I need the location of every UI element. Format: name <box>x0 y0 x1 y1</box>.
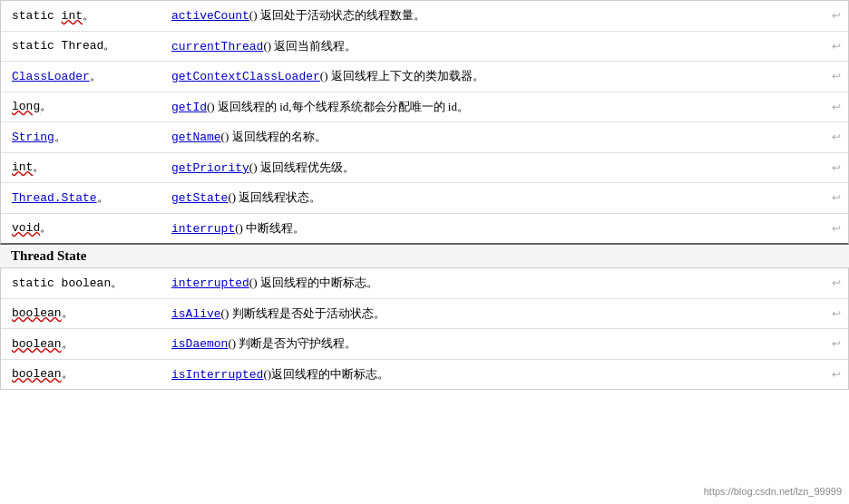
link-arrow-icon: ↩ <box>832 9 841 22</box>
type-cell: boolean。 <box>1 298 164 329</box>
static-keyword: static <box>12 9 62 23</box>
method-link[interactable]: isDaemon <box>171 337 228 351</box>
method-link[interactable]: getPriority <box>171 161 249 175</box>
type-cell: Thread.State。 <box>1 183 164 214</box>
static-keyword: static <box>12 39 62 53</box>
table-row: boolean。isInterrupted()返回线程的中断标志。↩ <box>1 359 848 389</box>
type-keyword[interactable]: String <box>12 131 54 144</box>
method-description: () 返回线程上下文的类加载器。 <box>320 69 484 82</box>
method-cell: getState() 返回线程状态。 <box>164 183 821 214</box>
link-arrow-icon: ↩ <box>832 222 841 235</box>
type-keyword: boolean <box>12 306 62 320</box>
method-link[interactable]: isAlive <box>171 307 221 321</box>
table-row: boolean。isAlive() 判断线程是否处于活动状态。↩ <box>1 298 848 329</box>
method-link[interactable]: getState <box>171 191 228 205</box>
type-keyword: void <box>12 221 40 235</box>
type-cell: boolean。 <box>1 329 164 360</box>
type-dot: 。 <box>111 276 122 290</box>
method-cell: interrupt() 中断线程。 <box>164 213 821 243</box>
method-cell: interrupted() 返回线程的中断标志。 <box>164 268 821 298</box>
type-dot: 。 <box>33 160 44 174</box>
type-cell: boolean。 <box>1 359 164 389</box>
link-arrow-icon: ↩ <box>832 276 841 289</box>
method-link[interactable]: getId <box>171 101 207 114</box>
method-description: () 返回线程状态。 <box>228 190 321 204</box>
table-row: void。interrupt() 中断线程。↩ <box>1 213 848 243</box>
type-cell: long。 <box>1 92 164 122</box>
type-keyword: long <box>12 100 40 113</box>
method-link[interactable]: currentThread <box>171 40 263 53</box>
type-cell: ClassLoader。 <box>1 62 164 92</box>
type-keyword: int <box>62 9 83 23</box>
link-arrow-icon: ↩ <box>832 191 841 204</box>
type-dot: 。 <box>40 100 52 113</box>
method-cell: getName() 返回线程的名称。 <box>164 122 821 153</box>
method-description: () 判断线程是否处于活动状态。 <box>221 306 385 320</box>
method-description: ()返回线程的中断标志。 <box>263 367 389 381</box>
type-cell: void。 <box>1 213 164 243</box>
type-cell: String。 <box>1 122 164 153</box>
row-icon-cell: ↩ <box>821 183 848 214</box>
method-description: () 返回线程优先级。 <box>249 160 355 174</box>
table-row: long。getId() 返回线程的 id,每个线程系统都会分配唯一的 id。↩ <box>1 92 848 122</box>
bottom-table: static boolean。interrupted() 返回线程的中断标志。↩… <box>1 268 848 389</box>
method-description: () 中断线程。 <box>235 221 305 235</box>
row-icon-cell: ↩ <box>821 268 848 298</box>
type-keyword: boolean <box>62 276 112 290</box>
thread-state-header: Thread State <box>0 245 849 268</box>
method-description: () 返回线程的中断标志。 <box>249 276 378 289</box>
type-keyword[interactable]: Thread.State <box>12 191 97 205</box>
type-cell: static Thread。 <box>1 31 164 62</box>
method-link[interactable]: interrupt <box>171 222 235 236</box>
method-description: () 返回当前线程。 <box>263 39 356 53</box>
table-row: String。getName() 返回线程的名称。↩ <box>1 122 848 153</box>
method-link[interactable]: interrupted <box>171 276 249 290</box>
method-cell: isAlive() 判断线程是否处于活动状态。 <box>164 298 821 329</box>
type-dot: 。 <box>97 191 109 205</box>
table-row: ClassLoader。getContextClassLoader() 返回线程… <box>1 62 848 92</box>
row-icon-cell: ↩ <box>821 1 848 31</box>
method-cell: getPriority() 返回线程优先级。 <box>164 152 821 183</box>
link-arrow-icon: ↩ <box>832 131 841 143</box>
type-keyword: boolean <box>12 367 62 381</box>
table-row: boolean。isDaemon() 判断是否为守护线程。↩ <box>1 329 848 360</box>
method-link[interactable]: getContextClassLoader <box>171 70 320 83</box>
type-keyword: Thread <box>62 39 104 53</box>
table-row: static Thread。currentThread() 返回当前线程。↩ <box>1 31 848 62</box>
type-dot: 。 <box>54 131 66 144</box>
row-icon-cell: ↩ <box>821 329 848 360</box>
method-description: () 返回线程的 id,每个线程系统都会分配唯一的 id。 <box>207 100 469 113</box>
row-icon-cell: ↩ <box>821 31 848 62</box>
top-table-section: static int。activeCount() 返回处于活动状态的线程数量。↩… <box>0 0 849 245</box>
table-row: Thread.State。getState() 返回线程状态。↩ <box>1 183 848 214</box>
type-cell: static int。 <box>1 1 164 31</box>
type-dot: 。 <box>62 306 73 320</box>
method-link[interactable]: getName <box>171 131 221 144</box>
method-cell: getContextClassLoader() 返回线程上下文的类加载器。 <box>164 62 821 92</box>
row-icon-cell: ↩ <box>821 359 848 389</box>
page-container: static int。activeCount() 返回处于活动状态的线程数量。↩… <box>0 0 849 390</box>
static-keyword: static <box>12 276 62 290</box>
link-arrow-icon: ↩ <box>832 337 841 350</box>
link-arrow-icon: ↩ <box>832 40 841 53</box>
type-cell: int。 <box>1 152 164 183</box>
type-keyword[interactable]: ClassLoader <box>12 70 90 83</box>
watermark: https://blog.csdn.net/lzn_99999 <box>704 486 842 497</box>
type-dot: 。 <box>62 337 73 351</box>
type-dot: 。 <box>90 70 102 83</box>
link-arrow-icon: ↩ <box>832 70 841 82</box>
link-arrow-icon: ↩ <box>832 307 841 320</box>
type-dot: 。 <box>83 9 94 23</box>
type-dot: 。 <box>62 367 73 381</box>
top-table: static int。activeCount() 返回处于活动状态的线程数量。↩… <box>1 1 848 243</box>
row-icon-cell: ↩ <box>821 92 848 122</box>
method-link[interactable]: activeCount <box>171 9 249 23</box>
type-cell: static boolean。 <box>1 268 164 298</box>
link-arrow-icon: ↩ <box>832 101 841 113</box>
table-row: static int。activeCount() 返回处于活动状态的线程数量。↩ <box>1 1 848 31</box>
row-icon-cell: ↩ <box>821 213 848 243</box>
link-arrow-icon: ↩ <box>832 161 841 174</box>
method-link[interactable]: isInterrupted <box>171 368 263 382</box>
type-dot: 。 <box>40 221 52 235</box>
row-icon-cell: ↩ <box>821 152 848 183</box>
